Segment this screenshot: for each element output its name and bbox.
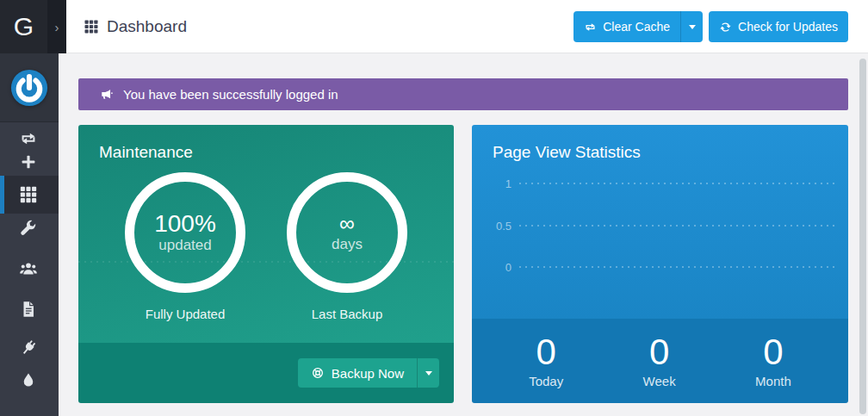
backup-value: ∞ xyxy=(339,212,355,236)
updated-value: 100% xyxy=(154,211,216,238)
month-label: Month xyxy=(755,374,791,388)
chevron-right-icon: › xyxy=(55,21,59,34)
today-value: 0 xyxy=(536,333,556,371)
clear-cache-button-group: Clear Cache xyxy=(574,11,703,42)
statistics-chart: Page View Statistics 1 0.5 0 xyxy=(472,125,848,319)
maintenance-body: Maintenance 100% updated Fully Updated ∞… xyxy=(78,125,454,343)
sidebar-item-configuration[interactable] xyxy=(19,219,38,238)
app-logo-letter: G xyxy=(0,0,47,53)
chart-gridline: 1 xyxy=(493,177,838,190)
fully-updated-stat: 100% updated Fully Updated xyxy=(125,172,245,321)
stat-month: 0 Month xyxy=(755,333,791,388)
caret-down-icon xyxy=(425,371,432,376)
sidebar-item-themes[interactable] xyxy=(19,371,38,390)
header-actions: Clear Cache Check for Updates xyxy=(574,11,848,42)
vertical-scrollbar[interactable] xyxy=(859,59,866,414)
header: Dashboard Clear Cache Check for Updates xyxy=(66,0,868,53)
sidebar-expand-toggle[interactable]: › xyxy=(47,0,66,53)
updated-caption: Fully Updated xyxy=(146,307,226,321)
bullhorn-icon xyxy=(100,87,115,102)
retweet-icon xyxy=(584,21,597,34)
sidebar-item-cache[interactable] xyxy=(19,129,38,148)
sidebar xyxy=(0,0,59,416)
refresh-icon xyxy=(719,21,732,34)
month-value: 0 xyxy=(763,333,783,371)
backup-ring: ∞ days xyxy=(287,172,407,293)
plug-icon xyxy=(19,338,38,357)
backup-sub: days xyxy=(332,236,363,253)
sidebar-item-add[interactable] xyxy=(19,152,38,171)
y-tick-label: 0.5 xyxy=(493,220,519,233)
maintenance-title: Maintenance xyxy=(78,125,454,162)
maintenance-panel: Maintenance 100% updated Fully Updated ∞… xyxy=(78,125,454,403)
statistics-title: Page View Statistics xyxy=(472,125,848,162)
backup-caption: Last Backup xyxy=(312,307,383,321)
caret-down-icon xyxy=(689,25,696,29)
page-view-statistics-panel: Page View Statistics 1 0.5 0 0 Today xyxy=(472,125,848,403)
dashboard-title-icon xyxy=(84,19,99,34)
sidebar-item-plugins[interactable] xyxy=(19,338,38,357)
retweet-icon xyxy=(19,129,38,148)
wrench-icon xyxy=(19,219,38,238)
grav-logo-button[interactable] xyxy=(0,53,59,122)
clear-cache-button[interactable]: Clear Cache xyxy=(574,11,680,42)
power-logo-icon xyxy=(9,68,49,108)
sidebar-item-accounts[interactable] xyxy=(19,259,38,278)
sidebar-item-dashboard[interactable] xyxy=(0,176,59,214)
sidebar-header: G › xyxy=(0,0,66,53)
notification-text: You have been successfully logged in xyxy=(123,87,338,102)
week-value: 0 xyxy=(649,333,669,371)
check-updates-button[interactable]: Check for Updates xyxy=(709,11,848,42)
last-backup-stat: ∞ days Last Backup xyxy=(287,172,407,321)
plus-icon xyxy=(19,152,38,171)
grid-icon xyxy=(19,185,38,204)
file-icon xyxy=(19,300,38,319)
clear-cache-label: Clear Cache xyxy=(603,20,670,34)
chart-gridline: 0.5 xyxy=(493,219,838,233)
dotted-gridline xyxy=(519,266,838,268)
stat-week: 0 Week xyxy=(643,333,676,388)
content: You have been successfully logged in Mai… xyxy=(59,53,868,416)
backup-now-label: Backup Now xyxy=(332,366,404,381)
backup-button-group: Backup Now xyxy=(298,358,439,388)
dashboard-nav-icon-box xyxy=(19,185,38,204)
droplet-icon xyxy=(19,371,38,390)
backup-now-button[interactable]: Backup Now xyxy=(298,358,417,388)
maintenance-footer: Backup Now xyxy=(78,343,454,403)
updated-sub: updated xyxy=(158,237,211,254)
dashboard-panels: Maintenance 100% updated Fully Updated ∞… xyxy=(78,125,848,403)
dotted-gridline xyxy=(519,183,838,184)
updated-ring: 100% updated xyxy=(125,172,245,293)
active-indicator xyxy=(0,176,4,214)
login-notification: You have been successfully logged in xyxy=(78,78,848,110)
clear-cache-dropdown-button[interactable] xyxy=(680,11,703,42)
sidebar-item-pages[interactable] xyxy=(19,300,38,319)
statistics-totals: 0 Today 0 Week 0 Month xyxy=(472,319,848,403)
page-title: Dashboard xyxy=(84,0,187,53)
page-title-text: Dashboard xyxy=(107,17,187,36)
y-tick-label: 1 xyxy=(493,177,519,190)
users-icon xyxy=(19,259,38,278)
dotted-gridline xyxy=(519,225,838,227)
today-label: Today xyxy=(529,374,563,388)
life-ring-icon xyxy=(311,366,325,380)
chart-gridline: 0 xyxy=(493,260,838,274)
week-label: Week xyxy=(643,374,676,388)
stat-today: 0 Today xyxy=(529,333,563,388)
check-updates-label: Check for Updates xyxy=(738,20,838,34)
y-tick-label: 0 xyxy=(493,261,519,274)
backup-dropdown-button[interactable] xyxy=(417,358,439,388)
